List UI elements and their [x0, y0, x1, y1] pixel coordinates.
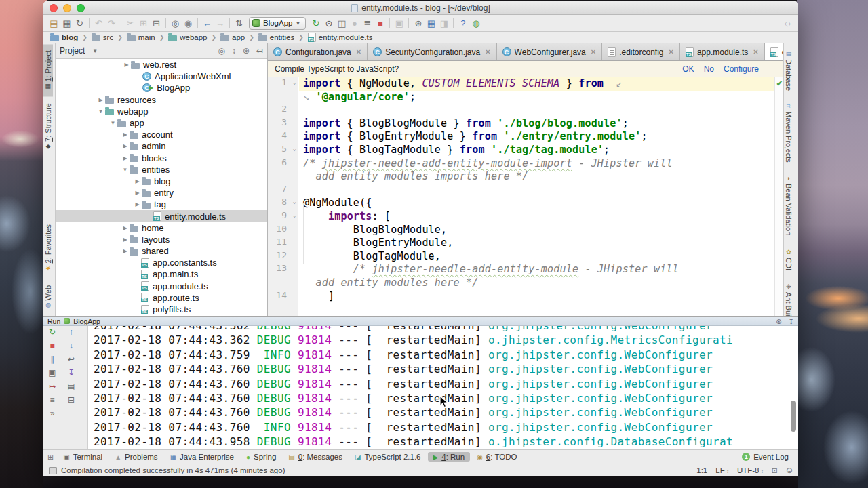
toolwindow-quick-access-icon[interactable]: ⊞ — [47, 453, 54, 462]
project-view-selector[interactable]: Project ▼ — [60, 46, 98, 56]
panel-settings-icon[interactable]: ⊛ — [243, 46, 250, 56]
exit-icon[interactable]: ↦ — [49, 382, 56, 391]
collapsed-arrow-icon[interactable]: ▶ — [133, 201, 142, 207]
breadcrumb-item[interactable]: entity.module.ts — [307, 33, 374, 42]
navigate-forward-icon[interactable]: → — [214, 16, 226, 31]
expanded-arrow-icon[interactable]: ▼ — [96, 108, 105, 115]
copy-icon[interactable]: ⊞ — [137, 16, 150, 31]
collapsed-arrow-icon[interactable]: ▶ — [121, 155, 130, 161]
breadcrumb-item[interactable]: app — [219, 33, 246, 41]
readonly-lock-icon[interactable]: ⊡ — [772, 466, 778, 475]
scroll-to-end-icon[interactable]: ↧ — [68, 369, 75, 378]
find-icon[interactable]: ◎ — [169, 16, 182, 31]
toolwindow-button-spring[interactable]: ●Spring — [241, 452, 281, 462]
hide-panel-icon[interactable]: ↤ — [256, 46, 263, 56]
tree-item-applicationwebxml[interactable]: CApplicationWebXml — [56, 70, 267, 82]
tool-stripe-1-project[interactable]: ▦1: Project — [43, 44, 53, 96]
navigate-back-icon[interactable]: ← — [201, 16, 214, 31]
profile-icon[interactable]: ● — [348, 16, 361, 31]
show-running-list-icon[interactable]: ▣ — [48, 369, 56, 378]
line-separator-widget[interactable]: LF ↕ — [715, 466, 729, 474]
toolwindow-button-typescript-2-1-6[interactable]: ◪TypeScript 2.1.6 — [349, 452, 427, 462]
settings-icon[interactable]: ⊛ — [412, 16, 425, 31]
editor-tab-webconfigurer-java[interactable]: CWebConfigurer.java✕ — [497, 43, 603, 60]
tree-item-app-main-ts[interactable]: app.main.ts — [56, 268, 267, 280]
stop-process-icon[interactable]: ■ — [50, 342, 54, 350]
close-tab-icon[interactable]: ✕ — [485, 48, 490, 56]
tree-item-polyfills-ts[interactable]: polyfills.ts — [56, 304, 267, 315]
debug-icon[interactable]: ⊙ — [322, 16, 335, 31]
open-folder-icon[interactable]: ▤ — [47, 16, 60, 31]
editor-scrollbar[interactable]: ✔ — [774, 77, 783, 316]
more-actions-icon[interactable]: » — [50, 409, 55, 418]
editor-tab-app-module-ts[interactable]: app.module.ts✕ — [680, 43, 765, 60]
synchronize-icon[interactable]: ↻ — [73, 16, 86, 31]
tree-item-web-rest[interactable]: ▶web.rest — [56, 59, 267, 70]
close-tab-icon[interactable]: ✕ — [356, 48, 361, 56]
banner-action-ok[interactable]: OK — [682, 64, 694, 74]
collapsed-arrow-icon[interactable]: ▶ — [133, 190, 142, 196]
tree-item-account[interactable]: ▶account — [56, 129, 267, 140]
tree-item-blog[interactable]: ▶blog — [56, 176, 267, 187]
tree-item-app-route-ts[interactable]: app.route.ts — [56, 292, 267, 304]
tool-stripe-7-structure[interactable]: ◆7: Structure — [43, 97, 53, 157]
fold-marker-icon[interactable]: ⌄ — [293, 198, 296, 205]
clear-console-icon[interactable]: ⊟ — [68, 396, 75, 405]
help-icon[interactable]: ? — [456, 16, 469, 31]
collapsed-arrow-icon[interactable]: ▶ — [121, 143, 130, 149]
banner-action-configure[interactable]: Configure — [724, 64, 759, 74]
tool-stripe-maven-projects[interactable]: mMaven Projects — [784, 98, 793, 168]
up-stacktrace-icon[interactable]: ↑ — [69, 328, 73, 337]
hector-inspections-icon[interactable]: ⊜ — [786, 466, 793, 475]
tree-item-app-module-ts[interactable]: app.module.ts — [56, 281, 267, 292]
tool-stripe-cdi[interactable]: ✿CDI — [784, 243, 793, 277]
tree-item-entities[interactable]: ▼entities — [56, 164, 267, 176]
rerun-app-icon[interactable]: ↻ — [49, 328, 56, 337]
code-editor[interactable]: 1⌄2345⌄678⌄9⌄1011121314 import { NgModul… — [268, 77, 783, 316]
breadcrumb-item[interactable]: blog — [49, 33, 79, 41]
tree-item-blogapp[interactable]: C▶BlogApp — [56, 82, 267, 94]
close-tab-icon[interactable]: ✕ — [591, 48, 596, 56]
run-settings-gear-icon[interactable]: ⊛ — [776, 318, 781, 325]
run-tab[interactable]: Run — [47, 317, 60, 325]
encoding-widget[interactable]: UTF-8 ↕ — [737, 466, 764, 474]
banner-action-no[interactable]: No — [704, 64, 714, 74]
tool-stripe-web[interactable]: ◍Web — [43, 279, 53, 315]
collapsed-arrow-icon[interactable]: ▶ — [121, 225, 130, 231]
toolwindow-toggle-icon[interactable] — [49, 467, 57, 474]
editor-tab-entity-module-ts[interactable]: entity.module.ts✕ — [765, 43, 783, 60]
print-console-icon[interactable]: ▤ — [67, 382, 75, 391]
breadcrumb-item[interactable]: src — [90, 33, 115, 41]
toolwindow-button-0-messages[interactable]: ▤0: Messages — [283, 452, 348, 462]
fold-marker-icon[interactable]: ⌄ — [293, 211, 296, 218]
collapsed-arrow-icon[interactable]: ▶ — [121, 237, 130, 243]
close-tab-icon[interactable]: ✕ — [669, 48, 674, 56]
event-log-button[interactable]: 1Event Log — [736, 452, 794, 462]
redo-icon[interactable]: ↷ — [105, 16, 118, 31]
collapsed-arrow-icon[interactable]: ▶ — [96, 97, 105, 103]
collapse-all-icon[interactable]: ↕ — [232, 46, 236, 56]
editor-tab-securityconfiguration-java[interactable]: CSecurityConfiguration.java✕ — [368, 43, 496, 60]
tree-item-tag[interactable]: ▶tag — [56, 199, 267, 210]
rerun-icon[interactable]: ↻ — [309, 16, 322, 31]
toolwindow-button-problems[interactable]: ▲Problems — [109, 452, 163, 462]
tree-item-resources[interactable]: ▶resources — [56, 94, 267, 106]
jhipster-plugin-icon[interactable]: ◍ — [469, 16, 482, 31]
cut-icon[interactable]: ✂ — [124, 16, 137, 31]
locate-file-icon[interactable]: ◎ — [218, 46, 224, 56]
collapsed-arrow-icon[interactable]: ▶ — [122, 62, 131, 68]
expanded-arrow-icon[interactable]: ▼ — [108, 120, 117, 126]
tree-item-webapp[interactable]: ▼webapp — [56, 106, 267, 117]
find-usages-icon[interactable]: ◉ — [182, 16, 195, 31]
editor-tab--editorconfig[interactable]: .editorconfig✕ — [602, 43, 680, 60]
collapsed-arrow-icon[interactable]: ▶ — [121, 248, 130, 254]
undo-icon[interactable]: ↶ — [92, 16, 105, 31]
breadcrumb-item[interactable]: webapp — [167, 33, 208, 41]
fold-marker-icon[interactable]: ⌄ — [293, 145, 296, 152]
toolwindow-button-4-run[interactable]: ▶4: Run — [428, 452, 471, 462]
run-configuration-select[interactable]: BlogApp▼ — [249, 17, 306, 30]
tool-stripe-bean-validation[interactable]: ◗Bean Validation — [784, 169, 793, 241]
paste-icon[interactable]: ⊟ — [150, 16, 163, 31]
run-console-output[interactable]: 2017-02-18 07:44:43.362 DEBUG 91814 --- … — [89, 326, 798, 449]
console-scrollbar-thumb[interactable] — [791, 401, 796, 432]
